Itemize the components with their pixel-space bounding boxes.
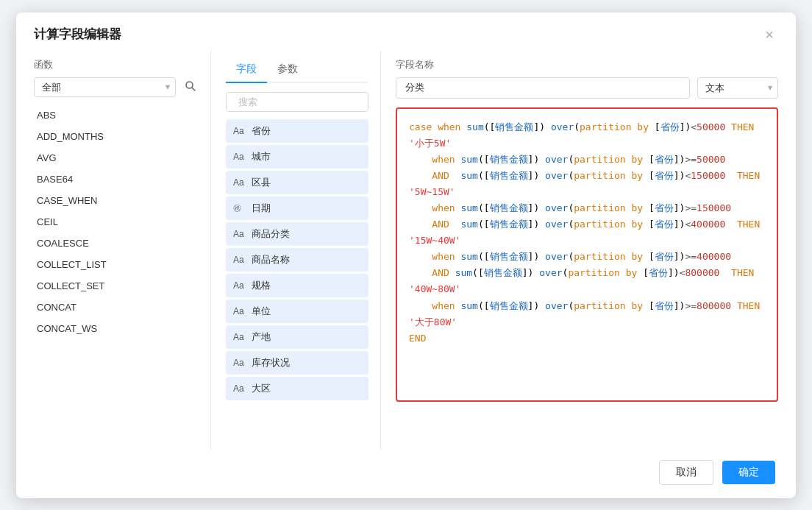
field-label-category: 商品分类 — [252, 227, 290, 241]
field-label-region: 大区 — [252, 382, 271, 395]
field-label-product-name: 商品名称 — [252, 253, 290, 266]
field-label-date: 日期 — [252, 202, 271, 215]
field-item-category[interactable]: Aa 商品分类 — [226, 222, 368, 246]
function-item-collect-set[interactable]: COLLECT_SET — [34, 275, 199, 297]
code-editor[interactable]: case when sum([销售金额]) over(partition by … — [396, 107, 778, 402]
field-item-product-name[interactable]: Aa 商品名称 — [226, 248, 368, 272]
functions-panel: 函数 全部 字符串 数值 日期 聚合 ▾ — [34, 51, 210, 450]
field-type-text-icon: Aa — [233, 383, 246, 394]
dialog-header: 计算字段编辑器 × — [16, 13, 796, 51]
field-label-origin: 产地 — [252, 330, 271, 344]
field-type-text-icon: Aa — [233, 358, 246, 368]
field-item-origin[interactable]: Aa 产地 — [226, 325, 368, 349]
functions-list: ABS ADD_MONTHS AVG BASE64 CASE_WHEN CEIL… — [34, 105, 199, 339]
function-item-case-when[interactable]: CASE_WHEN — [34, 190, 199, 211]
field-type-text-icon: Aa — [233, 280, 246, 291]
tab-fields[interactable]: 字段 — [226, 58, 267, 83]
cancel-button[interactable]: 取消 — [659, 460, 713, 485]
field-item-region[interactable]: Aa 大区 — [226, 377, 368, 400]
functions-filter: 全部 字符串 数值 日期 聚合 ▾ — [34, 77, 199, 97]
fields-list: Aa 省份 Aa 城市 Aa 区县 ㊗ 日期 Aa 商品分类 — [226, 119, 368, 400]
field-item-unit[interactable]: Aa 单位 — [226, 300, 368, 323]
close-button[interactable]: × — [761, 26, 778, 43]
function-item-coalesce[interactable]: COALESCE — [34, 233, 199, 254]
type-select-wrapper: 文本 数值 日期 布尔 ▾ — [697, 77, 778, 99]
field-label-city: 城市 — [252, 150, 271, 163]
field-type-text-icon: Aa — [233, 332, 246, 342]
fields-search-box — [226, 92, 368, 112]
function-item-add-months[interactable]: ADD_MONTHS — [34, 126, 199, 147]
fields-tabs: 字段 参数 — [226, 58, 368, 83]
field-label-district: 区县 — [252, 176, 271, 189]
field-item-date[interactable]: ㊗ 日期 — [226, 196, 368, 220]
function-item-concat-ws[interactable]: CONCAT_WS — [34, 318, 199, 339]
field-type-text-icon: Aa — [233, 152, 246, 162]
dialog-title: 计算字段编辑器 — [34, 26, 121, 43]
field-item-city[interactable]: Aa 城市 — [226, 145, 368, 169]
editor-panel: 字段名称 文本 数值 日期 布尔 ▾ case when sum([销售金额])… — [381, 51, 778, 450]
field-name-input[interactable] — [396, 77, 690, 99]
field-type-text-icon: Aa — [233, 255, 246, 265]
functions-search-button[interactable] — [182, 77, 199, 96]
function-item-base64[interactable]: BASE64 — [34, 169, 199, 190]
field-label-spec: 规格 — [252, 279, 271, 292]
function-item-collect-list[interactable]: COLLECT_LIST — [34, 254, 199, 275]
dialog-footer: 取消 确定 — [16, 450, 796, 498]
field-item-spec[interactable]: Aa 规格 — [226, 274, 368, 297]
functions-label: 函数 — [34, 58, 199, 71]
field-type-text-icon: Aa — [233, 306, 246, 316]
field-type-select[interactable]: 文本 数值 日期 布尔 — [697, 77, 778, 99]
function-item-concat[interactable]: CONCAT — [34, 297, 199, 318]
function-item-ceil[interactable]: CEIL — [34, 211, 199, 233]
search-icon — [185, 80, 196, 91]
field-item-province[interactable]: Aa 省份 — [226, 119, 368, 143]
svg-line-1 — [193, 88, 196, 91]
function-item-abs[interactable]: ABS — [34, 105, 199, 126]
field-item-district[interactable]: Aa 区县 — [226, 171, 368, 194]
function-item-avg[interactable]: AVG — [34, 147, 199, 169]
field-label-province: 省份 — [252, 124, 271, 138]
field-name-row: 文本 数值 日期 布尔 ▾ — [396, 77, 778, 99]
field-type-date-icon: ㊗ — [233, 202, 246, 213]
functions-filter-select[interactable]: 全部 字符串 数值 日期 聚合 — [34, 77, 176, 97]
fields-search-input[interactable] — [238, 96, 362, 107]
field-label-unit: 单位 — [252, 305, 271, 318]
functions-filter-select-wrapper: 全部 字符串 数值 日期 聚合 ▾ — [34, 77, 176, 97]
field-type-text-icon: Aa — [233, 177, 246, 188]
calculated-field-dialog: 计算字段编辑器 × 函数 全部 字符串 数值 日期 聚合 ▾ — [16, 13, 796, 498]
fields-panel: 字段 参数 Aa 省份 Aa 城市 Aa — [211, 51, 380, 450]
field-type-text-icon: Aa — [233, 229, 246, 239]
confirm-button[interactable]: 确定 — [722, 461, 775, 484]
field-type-text-icon: Aa — [233, 126, 246, 136]
svg-point-0 — [186, 82, 193, 88]
field-label-stock-status: 库存状况 — [252, 356, 290, 369]
dialog-body: 函数 全部 字符串 数值 日期 聚合 ▾ — [16, 51, 796, 450]
tab-params[interactable]: 参数 — [267, 58, 308, 83]
editor-field-name-label: 字段名称 — [396, 58, 778, 71]
field-item-stock-status[interactable]: Aa 库存状况 — [226, 351, 368, 375]
